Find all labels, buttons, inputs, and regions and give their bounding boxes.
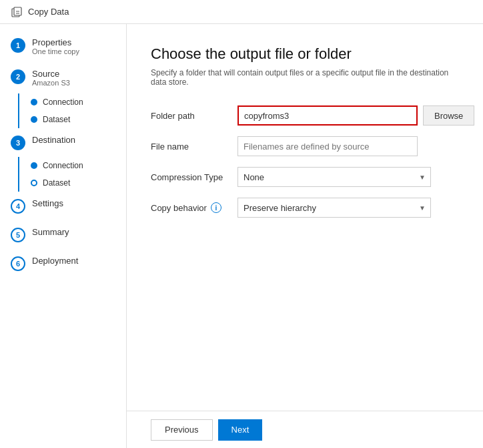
step-circle-4: 4 (11, 199, 25, 214)
copy-behavior-info-icon[interactable]: i (211, 202, 221, 213)
folder-path-input[interactable] (237, 105, 418, 126)
destination-sub-items: Connection Dataset (0, 157, 126, 192)
copy-behavior-label-text: Copy behavior (151, 203, 207, 213)
page-subtitle: Specify a folder that will contain outpu… (151, 68, 459, 87)
step-label-deployment: Deployment (32, 256, 78, 266)
sidebar-item-properties[interactable]: 1 Properties One time copy (0, 31, 126, 62)
sidebar-item-summary[interactable]: 5 Summary (0, 220, 126, 249)
file-name-row: File name (151, 136, 459, 156)
next-button[interactable]: Next (218, 419, 263, 441)
source-connection-dot (31, 99, 37, 105)
folder-path-label: Folder path (151, 111, 237, 121)
step-circle-6: 6 (11, 256, 25, 271)
source-dataset-dot (31, 116, 37, 123)
folder-path-controls: Browse (237, 105, 474, 126)
compression-type-select-wrap: None GZip Deflate BZip2 ZipDeflate ▼ (237, 167, 431, 187)
file-name-input[interactable] (237, 136, 418, 156)
source-sub-items: Connection Dataset (0, 93, 126, 128)
step-circle-1: 1 (11, 38, 25, 53)
copy-behavior-select[interactable]: Preserve hierarchy Flatten hierarchy Mer… (237, 198, 431, 218)
destination-dataset-dot (31, 180, 37, 186)
source-dataset-item[interactable]: Dataset (25, 111, 126, 128)
destination-connection-item[interactable]: Connection (25, 157, 126, 174)
sidebar-item-destination[interactable]: 3 Destination (0, 128, 126, 157)
file-name-label: File name (151, 142, 237, 152)
destination-connection-dot (31, 162, 37, 169)
step-label-source: Source Amazon S3 (32, 69, 70, 87)
step-label-destination: Destination (32, 135, 75, 145)
step-label-settings: Settings (32, 198, 63, 208)
main-content: Choose the output file or folder Specify… (127, 24, 483, 448)
folder-path-row: Folder path Browse (151, 105, 459, 126)
destination-dataset-item[interactable]: Dataset (25, 174, 126, 192)
app-title: Copy Data (28, 7, 69, 17)
source-connection-item[interactable]: Connection (25, 93, 126, 111)
browse-button[interactable]: Browse (423, 105, 474, 126)
step-circle-3: 3 (11, 136, 25, 150)
sidebar: 1 Properties One time copy 2 Source Amaz… (0, 24, 127, 448)
compression-type-select[interactable]: None GZip Deflate BZip2 ZipDeflate (237, 167, 431, 187)
step-label-summary: Summary (32, 227, 69, 237)
compression-type-label: Compression Type (151, 172, 237, 182)
copy-data-icon (11, 6, 23, 18)
page-title: Choose the output file or folder (151, 45, 459, 63)
app-header: Copy Data (0, 0, 483, 24)
copy-behavior-row: Copy behavior i Preserve hierarchy Flatt… (151, 198, 459, 218)
previous-button[interactable]: Previous (151, 419, 213, 441)
step-label-properties: Properties One time copy (32, 37, 79, 55)
sidebar-item-deployment[interactable]: 6 Deployment (0, 249, 126, 278)
compression-type-row: Compression Type None GZip Deflate BZip2… (151, 167, 459, 187)
copy-behavior-select-wrap: Preserve hierarchy Flatten hierarchy Mer… (237, 198, 431, 218)
sidebar-item-source[interactable]: 2 Source Amazon S3 (0, 62, 126, 93)
footer: Previous Next (127, 411, 483, 448)
sidebar-item-settings[interactable]: 4 Settings (0, 192, 126, 220)
copy-behavior-label-group: Copy behavior i (151, 202, 237, 213)
step-circle-5: 5 (11, 228, 25, 242)
step-circle-2: 2 (11, 69, 25, 84)
